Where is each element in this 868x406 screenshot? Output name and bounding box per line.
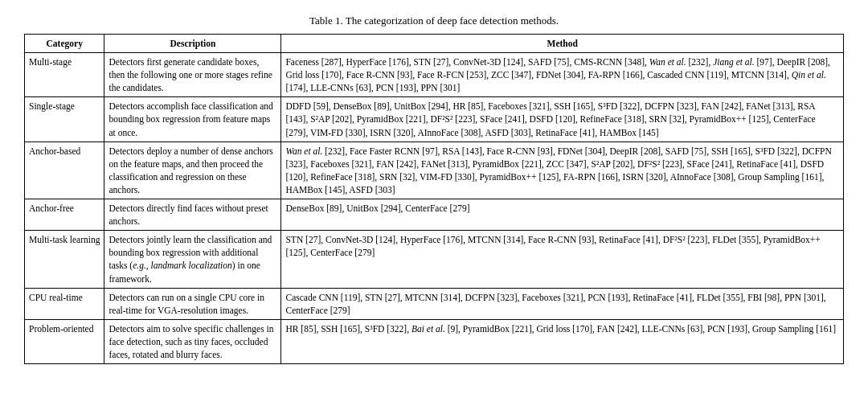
description-cell: Detectors deploy a number of dense ancho… [104, 141, 281, 199]
table-row: Multi-stageDetectors first generate cand… [25, 53, 844, 97]
category-cell: Problem-oriented [25, 319, 104, 363]
method-cell: Wan et al. [232], Face Faster RCNN [97],… [281, 141, 844, 199]
method-cell: DDFD [59], DenseBox [89], UnitBox [294],… [281, 97, 844, 141]
description-cell: Detectors first generate candidate boxes… [104, 53, 281, 97]
table-row: Multi-task learningDetectors jointly lea… [25, 231, 844, 288]
description-cell: Detectors aim to solve specific challeng… [104, 319, 281, 363]
col-header-method: Method [281, 35, 844, 53]
description-cell: Detectors directly find faces without pr… [104, 199, 281, 231]
col-header-category: Category [25, 35, 104, 53]
category-cell: Single-stage [25, 97, 104, 141]
description-cell: Detectors accomplish face classification… [104, 97, 281, 141]
method-cell: DenseBox [89], UnitBox [294], CenterFace… [281, 199, 844, 231]
category-cell: Anchor-based [25, 141, 104, 199]
method-cell: Faceness [287], HyperFace [176], STN [27… [281, 53, 844, 97]
method-cell: HR [85], SSH [165], S³FD [322], Bai et a… [281, 319, 844, 363]
category-cell: CPU real-time [25, 288, 104, 319]
col-header-description: Description [104, 35, 281, 53]
category-cell: Multi-stage [25, 53, 104, 97]
categorization-table: Category Description Method Multi-stageD… [24, 34, 844, 364]
category-cell: Anchor-free [25, 199, 104, 231]
table-row: Anchor-freeDetectors directly find faces… [25, 199, 844, 231]
table-row: CPU real-timeDetectors can run on a sing… [25, 288, 844, 319]
table-row: Single-stageDetectors accomplish face cl… [25, 97, 844, 141]
category-cell: Multi-task learning [25, 231, 104, 288]
table-row: Problem-orientedDetectors aim to solve s… [25, 319, 844, 363]
table-title: Table 1. The categorization of deep face… [309, 14, 559, 27]
method-cell: Cascade CNN [119], STN [27], MTCNN [314]… [281, 288, 844, 319]
method-cell: STN [27], ConvNet-3D [124], HyperFace [1… [281, 231, 844, 288]
table-row: Anchor-basedDetectors deploy a number of… [25, 141, 844, 199]
description-cell: Detectors jointly learn the classificati… [104, 231, 281, 288]
description-cell: Detectors can run on a single CPU core i… [104, 288, 281, 319]
